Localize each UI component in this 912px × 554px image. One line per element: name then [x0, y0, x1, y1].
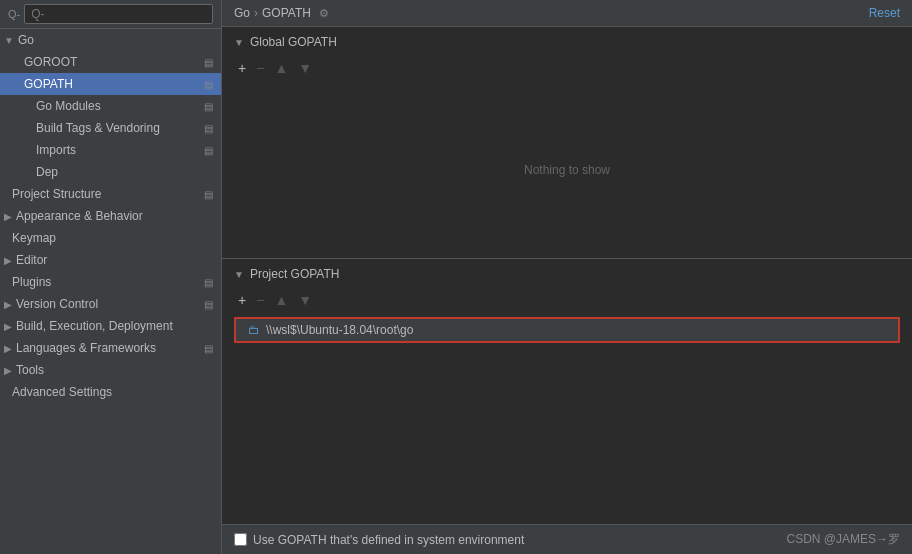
sidebar-item-build-execution[interactable]: ▶ Build, Execution, Deployment: [0, 315, 221, 337]
project-structure-settings-icon: ▤: [204, 189, 213, 200]
search-input[interactable]: [24, 4, 213, 24]
sidebar-item-goroot[interactable]: GOROOT ▤: [0, 51, 221, 73]
global-gopath-title: Global GOPATH: [250, 35, 337, 49]
project-gopath-header[interactable]: ▼ Project GOPATH: [222, 259, 912, 289]
sidebar-item-appearance-behavior[interactable]: ▶ Appearance & Behavior: [0, 205, 221, 227]
project-gopath-expand-icon: ▼: [234, 269, 244, 280]
sidebar-item-editor[interactable]: ▶ Editor: [0, 249, 221, 271]
global-gopath-toolbar: + − ▲ ▼: [222, 57, 912, 81]
goroot-settings-icon: ▤: [204, 57, 213, 68]
sidebar-item-build-tags[interactable]: Build Tags & Vendoring ▤: [0, 117, 221, 139]
project-remove-button[interactable]: −: [252, 291, 268, 309]
sidebar-item-project-structure[interactable]: Project Structure ▤: [0, 183, 221, 205]
path-item[interactable]: 🗀 \\wsl$\Ubuntu-18.04\root\go: [234, 317, 900, 343]
use-gopath-label: Use GOPATH that's defined in system envi…: [253, 533, 524, 547]
main-content: Go › GOPATH ⚙ Reset ▼ Global GOPATH + − …: [222, 0, 912, 554]
breadcrumb: Go › GOPATH ⚙: [234, 6, 329, 20]
global-gopath-empty: Nothing to show: [222, 81, 912, 258]
tools-expand-icon: ▶: [4, 365, 12, 376]
sidebar-item-imports[interactable]: Imports ▤: [0, 139, 221, 161]
sidebar-item-go-modules[interactable]: Go Modules ▤: [0, 95, 221, 117]
sidebar-item-gopath-label: GOPATH: [24, 77, 73, 91]
sidebar-item-build-tags-label: Build Tags & Vendoring: [36, 121, 160, 135]
content-area: ▼ Global GOPATH + − ▲ ▼ Nothing to show …: [222, 27, 912, 524]
appearance-expand-icon: ▶: [4, 211, 12, 222]
breadcrumb-root: Go: [234, 6, 250, 20]
project-up-button[interactable]: ▲: [270, 291, 292, 309]
editor-expand-icon: ▶: [4, 255, 12, 266]
global-remove-button[interactable]: −: [252, 59, 268, 77]
go-expand-icon: ▼: [4, 35, 14, 46]
lang-expand-icon: ▶: [4, 343, 12, 354]
sidebar-item-advanced-settings[interactable]: Advanced Settings: [0, 381, 221, 403]
sidebar-item-plugins-label: Plugins: [12, 275, 51, 289]
vc-expand-icon: ▶: [4, 299, 12, 310]
breadcrumb-separator: ›: [254, 6, 258, 20]
project-gopath-toolbar: + − ▲ ▼: [222, 289, 912, 313]
global-add-button[interactable]: +: [234, 59, 250, 77]
sidebar-item-languages-frameworks[interactable]: ▶ Languages & Frameworks ▤: [0, 337, 221, 359]
use-gopath-checkbox[interactable]: [234, 533, 247, 546]
folder-icon: 🗀: [248, 323, 260, 337]
project-gopath-title: Project GOPATH: [250, 267, 340, 281]
sidebar-item-plugins[interactable]: Plugins ▤: [0, 271, 221, 293]
imports-settings-icon: ▤: [204, 145, 213, 156]
sidebar-item-dep[interactable]: Dep: [0, 161, 221, 183]
sidebar-item-advanced-settings-label: Advanced Settings: [12, 385, 112, 399]
sidebar-item-dep-label: Dep: [36, 165, 58, 179]
sidebar-item-go-modules-label: Go Modules: [36, 99, 101, 113]
breadcrumb-settings-icon: ⚙: [319, 7, 329, 20]
sidebar-item-build-execution-label: Build, Execution, Deployment: [16, 319, 173, 333]
reset-button[interactable]: Reset: [869, 6, 900, 20]
sidebar-item-goroot-label: GOROOT: [24, 55, 77, 69]
project-down-button[interactable]: ▼: [294, 291, 316, 309]
breadcrumb-current: GOPATH: [262, 6, 311, 20]
bottom-bar: Use GOPATH that's defined in system envi…: [222, 524, 912, 554]
project-gopath-empty-area: [222, 347, 912, 524]
checkbox-row: Use GOPATH that's defined in system envi…: [234, 533, 524, 547]
lang-settings-icon: ▤: [204, 343, 213, 354]
vc-settings-icon: ▤: [204, 299, 213, 310]
sidebar-item-keymap-label: Keymap: [12, 231, 56, 245]
sidebar-item-project-structure-label: Project Structure: [12, 187, 101, 201]
sidebar-item-appearance-behavior-label: Appearance & Behavior: [16, 209, 143, 223]
project-add-button[interactable]: +: [234, 291, 250, 309]
sidebar-item-languages-frameworks-label: Languages & Frameworks: [16, 341, 156, 355]
sidebar: Q- ▼ Go GOROOT ▤ GOPATH ▤ Go Modules ▤ B…: [0, 0, 222, 554]
gopath-settings-icon: ▤: [204, 79, 213, 90]
build-tags-settings-icon: ▤: [204, 123, 213, 134]
sidebar-item-version-control[interactable]: ▶ Version Control ▤: [0, 293, 221, 315]
search-bar: Q-: [0, 0, 221, 29]
sidebar-item-editor-label: Editor: [16, 253, 47, 267]
global-down-button[interactable]: ▼: [294, 59, 316, 77]
bottom-right-text: CSDN @JAMES→罗: [786, 531, 900, 548]
sidebar-item-keymap[interactable]: Keymap: [0, 227, 221, 249]
global-gopath-empty-text: Nothing to show: [524, 163, 610, 177]
sidebar-item-tools-label: Tools: [16, 363, 44, 377]
sidebar-item-gopath[interactable]: GOPATH ▤: [0, 73, 221, 95]
sidebar-item-imports-label: Imports: [36, 143, 76, 157]
sidebar-item-go-label: Go: [18, 33, 34, 47]
search-icon: Q-: [8, 8, 20, 20]
go-modules-settings-icon: ▤: [204, 101, 213, 112]
sidebar-item-go[interactable]: ▼ Go: [0, 29, 221, 51]
sidebar-item-tools[interactable]: ▶ Tools: [0, 359, 221, 381]
path-item-text: \\wsl$\Ubuntu-18.04\root\go: [266, 323, 413, 337]
build-expand-icon: ▶: [4, 321, 12, 332]
global-up-button[interactable]: ▲: [270, 59, 292, 77]
breadcrumb-bar: Go › GOPATH ⚙ Reset: [222, 0, 912, 27]
plugins-settings-icon: ▤: [204, 277, 213, 288]
sidebar-item-version-control-label: Version Control: [16, 297, 98, 311]
global-gopath-expand-icon: ▼: [234, 37, 244, 48]
global-gopath-header[interactable]: ▼ Global GOPATH: [222, 27, 912, 57]
